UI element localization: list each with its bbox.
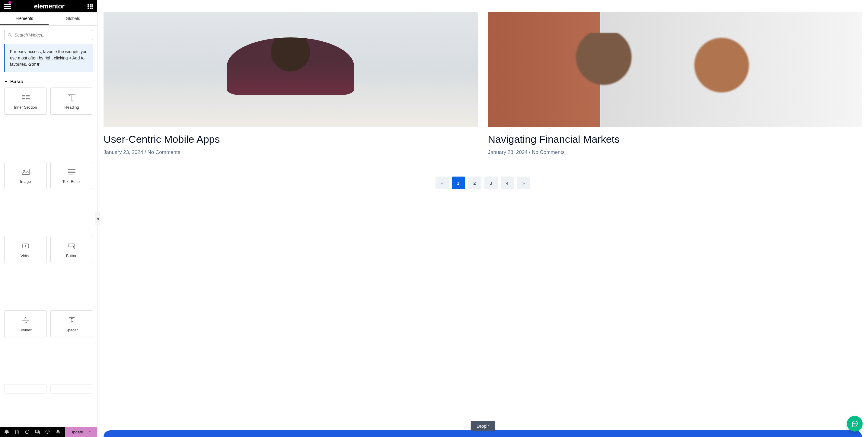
widget-label: Image	[20, 179, 31, 184]
update-button[interactable]: Update ⌃	[65, 427, 97, 437]
tip-text: For easy access, favorite the widgets yo…	[10, 49, 88, 67]
tab-elements[interactable]: Elements	[0, 12, 49, 25]
navigator-button[interactable]	[14, 430, 19, 434]
svg-point-35	[856, 424, 856, 424]
post-title[interactable]: Navigating Financial Markets	[488, 133, 862, 145]
svg-point-31	[45, 430, 49, 433]
notification-dot-icon	[8, 1, 11, 4]
button-icon	[67, 242, 76, 250]
post-meta: January 23, 2024 / No Comments	[103, 149, 478, 155]
tip-gotit-link[interactable]: Got It	[28, 62, 39, 67]
category-label: Basic	[10, 79, 23, 85]
widget-text-editor[interactable]: Text Editor	[51, 162, 93, 189]
svg-point-16	[24, 170, 25, 171]
page-prev[interactable]: «	[435, 177, 449, 189]
video-icon	[21, 242, 30, 250]
widget-heading[interactable]: Heading	[51, 88, 93, 115]
svg-point-32	[57, 431, 59, 433]
collapse-panel-button[interactable]: ◀	[95, 212, 100, 225]
menu-button[interactable]	[4, 4, 11, 9]
sidebar-footer: Update ⌃	[0, 427, 97, 437]
heading-icon	[67, 93, 76, 102]
post-meta: January 23, 2024 / No Comments	[488, 149, 862, 155]
post-comments: No Comments	[148, 149, 181, 155]
svg-marker-22	[25, 245, 27, 247]
widget-divider[interactable]: Divider	[4, 310, 47, 337]
post-title[interactable]: User-Centric Mobile Apps	[103, 133, 478, 145]
caret-down-icon: ▼	[4, 80, 8, 84]
chat-icon	[851, 420, 858, 427]
widget-video[interactable]: Video	[4, 236, 47, 263]
panel-tabs: Elements Globals	[0, 12, 97, 26]
settings-button[interactable]	[4, 430, 9, 434]
post-image	[103, 12, 478, 127]
search-widget[interactable]	[4, 30, 93, 40]
widget-label: Inner Section	[14, 105, 37, 110]
search-icon	[7, 33, 12, 37]
history-button[interactable]	[25, 430, 30, 434]
widget-button[interactable]: Button	[51, 236, 93, 263]
image-icon	[21, 167, 30, 176]
posts-row: User-Centric Mobile Apps January 23, 202…	[103, 12, 862, 155]
post-comments: No Comments	[532, 149, 565, 155]
page-2[interactable]: 2	[468, 177, 482, 189]
divider-icon	[21, 316, 30, 325]
svg-marker-28	[15, 430, 19, 432]
widget-label: Heading	[64, 105, 79, 110]
chat-button[interactable]	[847, 416, 863, 432]
widget-partial[interactable]	[4, 384, 47, 394]
inner-section-icon	[21, 93, 30, 102]
editor-sidebar: elementor Elements Globals For easy acce…	[0, 0, 97, 437]
apps-grid-button[interactable]	[88, 4, 93, 9]
svg-line-1	[10, 36, 11, 37]
widget-image[interactable]: Image	[4, 162, 47, 189]
spacer-icon	[67, 316, 76, 325]
post-date: January 23, 2024	[488, 149, 528, 155]
page-next[interactable]: »	[517, 177, 530, 189]
preview-button[interactable]	[56, 430, 60, 434]
widget-label: Divider	[19, 328, 31, 332]
tooltip: Droplr	[470, 421, 495, 431]
editor-canvas[interactable]: User-Centric Mobile Apps January 23, 202…	[97, 0, 868, 437]
sidebar-header: elementor	[0, 0, 97, 12]
page-4[interactable]: 4	[501, 177, 514, 189]
svg-point-0	[8, 33, 11, 36]
responsive-button[interactable]	[35, 430, 40, 434]
widgets-grid: Inner Section Heading Image Text Editor …	[0, 88, 97, 437]
widget-partial[interactable]	[51, 384, 93, 394]
svg-point-33	[854, 424, 854, 424]
widget-label: Video	[21, 253, 30, 258]
post-date: January 23, 2024	[103, 149, 143, 155]
search-input[interactable]	[14, 33, 90, 37]
widget-label: Text Editor	[62, 179, 81, 184]
pagination: « 1 2 3 4 »	[103, 177, 862, 189]
post-card[interactable]: User-Centric Mobile Apps January 23, 202…	[103, 12, 478, 155]
page-3[interactable]: 3	[485, 177, 498, 189]
favorites-tip: For easy access, favorite the widgets yo…	[4, 44, 93, 72]
brand-logo: elementor	[34, 2, 65, 10]
tab-globals[interactable]: Globals	[49, 12, 97, 25]
widget-label: Button	[66, 253, 78, 258]
chevron-up-icon: ⌃	[88, 430, 92, 434]
checkmark-button[interactable]	[45, 430, 50, 434]
svg-rect-21	[23, 244, 29, 248]
post-image	[488, 12, 862, 127]
category-basic-toggle[interactable]: ▼ Basic	[0, 77, 97, 88]
widget-spacer[interactable]: Spacer	[51, 310, 93, 337]
widget-label: Spacer	[65, 328, 78, 332]
update-label: Update	[70, 430, 83, 434]
widget-inner-section[interactable]: Inner Section	[4, 88, 47, 115]
text-editor-icon	[67, 167, 76, 176]
post-card[interactable]: Navigating Financial Markets January 23,…	[488, 12, 862, 155]
page-1[interactable]: 1	[452, 177, 465, 189]
